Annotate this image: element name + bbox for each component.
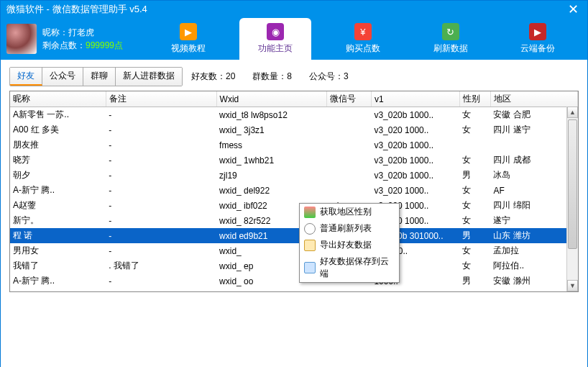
ctx-item[interactable]: 获取地区性别 [300, 204, 399, 220]
cell-remark: - [106, 122, 216, 137]
col-header[interactable]: 地区 [490, 91, 577, 107]
window-title: 微猫软件 - 微信数据管理助手 v5.4 [6, 3, 565, 16]
cell-sex: 女 [459, 198, 490, 213]
cell-wechat [327, 289, 372, 292]
table-row[interactable]: 朝夕-zjl19v3_020b 1000..男冰岛 [10, 168, 578, 183]
cell-nick: 晓芳 [10, 153, 106, 168]
col-header[interactable]: 备注 [106, 91, 216, 107]
friends-count-label: 好友数： [191, 71, 226, 81]
cell-sex: 男 [459, 273, 490, 289]
table-row[interactable]: A新零售 一苏..-wxid_t8 lw8pso12v3_020b 1000..… [10, 107, 578, 123]
cell-wxid: fmess [216, 137, 327, 153]
cell-remark: - [106, 289, 216, 292]
tab-群聊[interactable]: 群聊 [83, 68, 116, 86]
groups-count: 8 [287, 71, 292, 81]
mp-count: 3 [344, 71, 349, 81]
table-row[interactable]: A-新宁 腾..-wxid_ oo 1000..男安徽 滁州 [10, 273, 578, 289]
table-row[interactable]: A-新宁 腾..-wxid_ del922v3_020 1000..女AF [10, 183, 578, 198]
titlebar: 微猫软件 - 微信数据管理助手 v5.4 ✕ [1, 1, 587, 18]
cell-remark: - [106, 168, 216, 183]
close-icon[interactable]: ✕ [565, 3, 582, 16]
cell-region: 遂宁 [490, 213, 577, 228]
cell-v1: v3_020 1000.. [371, 122, 459, 137]
cell-sex: 女 [459, 243, 490, 258]
nav-item-功能主页[interactable]: ◉功能主页 [239, 18, 311, 60]
body-area: 好友公众号群聊新人进群数据 好友数：20 群数量：8 公众号：3 昵称备注Wxi… [1, 60, 587, 367]
cell-region: 阿拉伯.. [490, 258, 577, 273]
avatar [6, 24, 37, 54]
topbar: 昵称：打老虎 剩余点数：999999点 ▶视频教程◉功能主页¥购买点数↻刷新数据… [1, 18, 587, 60]
nav-item-视频教程[interactable]: ▶视频教程 [152, 18, 224, 60]
tab-新人进群数据[interactable]: 新人进群数据 [116, 68, 182, 86]
cell-region: 孟加拉 [490, 243, 577, 258]
nav-icon: ¥ [354, 23, 372, 40]
scroll-thumb[interactable] [568, 119, 577, 249]
table-row[interactable]: 晓芳-wxid_ 1whb21v3_020b 1000..女四川 成都 [10, 153, 578, 168]
cell-nick: 男用女 [10, 243, 106, 258]
nav-item-云端备份[interactable]: ▶云端备份 [502, 18, 574, 60]
table-row[interactable]: 新宁。-wxid_ 82r522v3_020 1000..女遂宁 [10, 213, 578, 228]
cell-v1: v3_020b 1000.. [371, 153, 459, 168]
chart-icon [304, 207, 316, 218]
tabbar: 好友公众号群聊新人进群数据 [9, 67, 183, 86]
cell-region: 四川 绵阳 [490, 198, 577, 213]
cell-wechat [327, 137, 372, 153]
cell-remark: - [106, 107, 216, 123]
groups-count-label: 群数量： [252, 71, 287, 81]
scroll-down-icon[interactable]: ▼ [567, 280, 578, 291]
cell-region: 冰岛 [490, 168, 577, 183]
cell-region: AF [490, 183, 577, 198]
app-window: 微猫软件 - 微信数据管理助手 v5.4 ✕ 昵称：打老虎 剩余点数：99999… [0, 0, 588, 367]
nav-label: 视频教程 [171, 42, 206, 55]
context-menu[interactable]: 获取地区性别普通刷新列表导出好友数据好友数据保存到云端 [299, 203, 400, 283]
col-header[interactable]: 微信号 [327, 91, 372, 107]
tabs-row: 好友公众号群聊新人进群数据 好友数：20 群数量：8 公众号：3 [9, 67, 579, 86]
data-grid[interactable]: 昵称备注Wxid微信号v1性别地区 A新零售 一苏..-wxid_t8 lw8p… [10, 91, 578, 292]
table-row[interactable]: 男用女 -wxid_ 301000..女孟加拉 [10, 243, 578, 258]
scroll-up-icon[interactable]: ▲ [567, 107, 578, 118]
cell-wxid: wxid_t8 lw8pso12 [216, 107, 327, 123]
cell-region: 四川 成都 [490, 153, 577, 168]
table-row[interactable]: 我错了. 我错了wxid_ ep 1000..女阿拉伯.. [10, 258, 578, 273]
ctx-label: 普通刷新列表 [320, 222, 372, 235]
cell-v1: v3_020b 1000.. [371, 168, 459, 183]
ctx-item[interactable]: 导出好友数据 [300, 237, 399, 253]
cell-remark: - [106, 213, 216, 228]
cell-wechat [327, 153, 372, 168]
col-header[interactable]: v1 [371, 91, 459, 107]
nav-item-购买点数[interactable]: ¥购买点数 [327, 18, 399, 60]
cell-nick: 精准推 48.. [10, 289, 106, 292]
cell-nick: 我错了 [10, 258, 106, 273]
user-info: 昵称：打老虎 剩余点数：999999点 [42, 26, 123, 52]
cell-wxid: wxid_ 41 [216, 289, 327, 292]
col-header[interactable]: Wxid [216, 91, 327, 107]
table-row[interactable]: A赵蓥 -wxid_ ibf022zrl..v3_020 1000..女四川 绵… [10, 198, 578, 213]
table-row[interactable]: 精准推 48..-wxid_ 41 1000..女埃及 [10, 289, 578, 292]
cloud-icon [304, 262, 316, 273]
table-row[interactable]: 程 诺-wxid ed9b21DLGv3_020b 301000..男山东 潍坊 [10, 228, 578, 243]
tab-公众号[interactable]: 公众号 [42, 68, 83, 86]
tab-好友[interactable]: 好友 [10, 68, 42, 86]
ctx-item[interactable]: 普通刷新列表 [300, 220, 399, 237]
cell-v1: v3_020b 1000.. [371, 107, 459, 123]
table-row[interactable]: A00 红 多美-wxid_ 3j3z1v3_020 1000..女四川 遂宁 [10, 122, 578, 137]
ctx-item[interactable]: 好友数据保存到云端 [300, 253, 399, 282]
col-header[interactable]: 性别 [459, 91, 490, 107]
grid-wrap: 昵称备注Wxid微信号v1性别地区 A新零售 一苏..-wxid_t8 lw8p… [9, 91, 579, 292]
col-header[interactable]: 昵称 [10, 91, 106, 107]
cell-sex: 女 [459, 289, 490, 292]
nav-icon: ◉ [267, 23, 284, 40]
cell-region [490, 137, 577, 153]
cell-wxid: wxid_ 3j3z1 [216, 122, 327, 137]
table-row[interactable]: 朋友推 -fmessv3_020b 1000.. [10, 137, 578, 153]
cell-sex: 女 [459, 107, 490, 123]
cell-wechat [327, 168, 372, 183]
nav-label: 功能主页 [258, 42, 293, 55]
cell-sex: 男 [459, 228, 490, 243]
cell-remark: - [106, 228, 216, 243]
points-value: 999999点 [86, 40, 123, 50]
cell-wechat [327, 183, 372, 198]
cell-v1: 1000.. [371, 289, 459, 292]
nav-item-刷新数据[interactable]: ↻刷新数据 [415, 18, 487, 60]
vertical-scrollbar[interactable]: ▲ ▼ [566, 107, 578, 291]
